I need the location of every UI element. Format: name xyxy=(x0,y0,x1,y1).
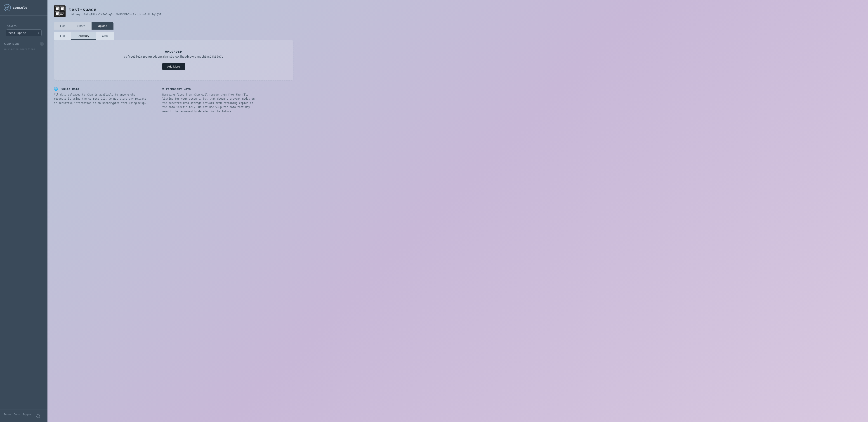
add-migration-button[interactable]: + xyxy=(40,42,44,46)
space-did: did:key:z6MkgT9tNs2MEeQugDdiMaBS4MbJhr8a… xyxy=(69,13,163,16)
migrations-section: MIGRATIONS + No running migrations xyxy=(0,38,48,53)
migrations-header: MIGRATIONS + xyxy=(4,42,44,46)
space-header: test-space did:key:z6MkgT9tNs2MEeQugDdiM… xyxy=(54,5,862,17)
public-data-description: All data uploaded to w3up is available t… xyxy=(54,93,149,105)
space-qr-code xyxy=(54,5,66,17)
tab-directory[interactable]: Directory xyxy=(71,32,96,40)
svg-rect-22 xyxy=(60,14,61,15)
svg-rect-24 xyxy=(61,14,62,15)
permanent-data-description: Removing files from w3up will remove the… xyxy=(162,93,257,113)
tab-upload[interactable]: Upload xyxy=(92,22,114,30)
sidebar: console SPACES test-space ⇅ MIGRATIONS +… xyxy=(0,0,48,422)
public-data-title-text: Public Data xyxy=(60,87,79,91)
permanent-data-block: ∞ Permanent Data Removing files from w3u… xyxy=(162,87,257,113)
no-migrations-text: No running migrations xyxy=(4,47,44,51)
public-data-title: 🌐 Public Data xyxy=(54,87,149,91)
sidebar-logo: console xyxy=(0,0,48,15)
space-name: test-space xyxy=(69,7,163,12)
svg-rect-23 xyxy=(62,14,63,15)
logo-text: console xyxy=(13,6,27,10)
svg-rect-15 xyxy=(62,12,63,12)
add-more-button[interactable]: Add More xyxy=(162,63,185,70)
primary-tab-bar: List Share Upload xyxy=(54,22,114,30)
sidebar-footer: Terms Docs Support Log Out xyxy=(0,410,48,422)
tab-list[interactable]: List xyxy=(54,22,71,30)
upload-cid: bafybeifq2rzpqnqrsdupncmkmhs3ckxxjhuvdcb… xyxy=(124,55,223,58)
migrations-label: MIGRATIONS xyxy=(4,43,20,45)
svg-rect-21 xyxy=(63,13,64,14)
permanent-data-title: ∞ Permanent Data xyxy=(162,87,257,91)
selected-space-name: test-space xyxy=(8,31,26,35)
svg-rect-20 xyxy=(61,13,62,14)
svg-rect-17 xyxy=(60,13,61,13)
logout-link[interactable]: Log Out xyxy=(36,413,44,419)
upload-drop-area[interactable]: UPLOADED bafybeifq2rzpqnqrsdupncmkmhs3ck… xyxy=(54,40,293,80)
chevron-icon: ⇅ xyxy=(37,31,39,34)
tab-share[interactable]: Share xyxy=(71,22,92,30)
svg-rect-6 xyxy=(56,8,58,10)
upload-status-label: UPLOADED xyxy=(165,50,182,53)
public-data-block: 🌐 Public Data All data uploaded to w3up … xyxy=(54,87,149,113)
svg-rect-16 xyxy=(63,12,64,12)
svg-rect-9 xyxy=(61,8,63,10)
tab-file[interactable]: File xyxy=(54,32,71,40)
secondary-tab-bar: File Directory CAR xyxy=(54,32,114,40)
docs-link[interactable]: Docs xyxy=(14,413,20,419)
svg-rect-18 xyxy=(62,13,63,13)
logo-icon xyxy=(4,4,11,11)
terms-link[interactable]: Terms xyxy=(4,413,11,419)
space-info: test-space did:key:z6MkgT9tNs2MEeQugDdiM… xyxy=(69,7,163,16)
svg-rect-19 xyxy=(60,13,61,14)
permanent-data-title-text: Permanent Data xyxy=(166,87,191,91)
space-selector[interactable]: test-space ⇅ xyxy=(6,29,41,36)
globe-icon: 🌐 xyxy=(54,87,58,91)
spaces-label: SPACES xyxy=(4,21,44,29)
spaces-section: SPACES test-space ⇅ xyxy=(0,18,48,38)
infinity-icon: ∞ xyxy=(162,87,164,91)
tab-car[interactable]: CAR xyxy=(96,32,114,40)
svg-rect-13 xyxy=(60,12,61,12)
main-content: test-space did:key:z6MkgT9tNs2MEeQugDdiM… xyxy=(48,0,868,422)
svg-rect-14 xyxy=(61,12,62,12)
svg-rect-12 xyxy=(56,13,58,15)
info-section: 🌐 Public Data All data uploaded to w3up … xyxy=(54,87,293,113)
support-link[interactable]: Support xyxy=(23,413,33,419)
